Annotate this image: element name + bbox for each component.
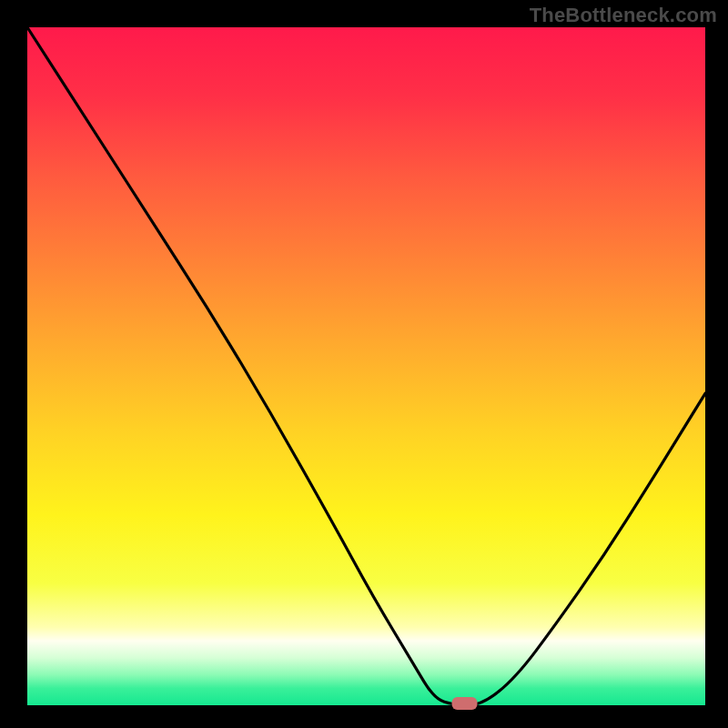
watermark-text: TheBottleneck.com (530, 4, 717, 27)
target-marker (452, 697, 478, 710)
plot-background (27, 27, 705, 705)
chart-frame: TheBottleneck.com (0, 0, 728, 728)
bottleneck-chart (0, 0, 728, 728)
